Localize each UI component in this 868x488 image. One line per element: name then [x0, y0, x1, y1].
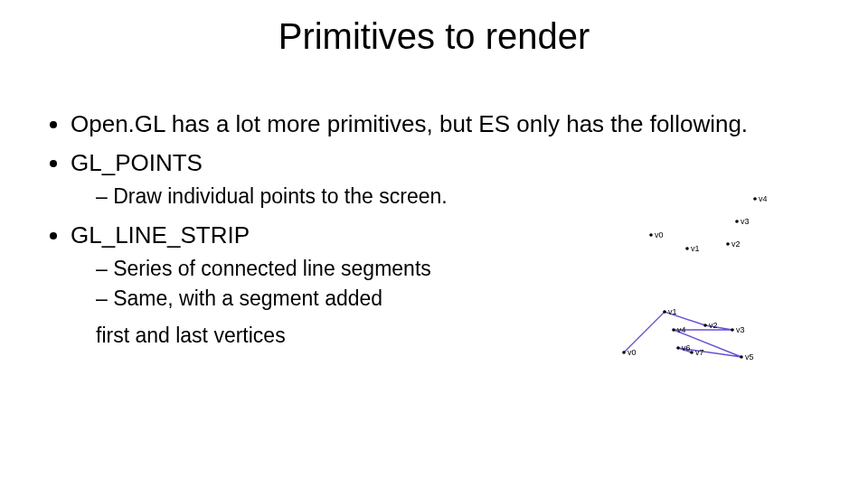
linestrip-diagram: v0v1v4v2v6v7v3v5 — [615, 298, 796, 383]
svg-point-12 — [663, 310, 666, 314]
svg-text:v0: v0 — [627, 348, 637, 357]
svg-point-16 — [703, 324, 707, 327]
svg-point-4 — [726, 242, 730, 246]
svg-point-6 — [735, 220, 739, 223]
svg-text:v1: v1 — [691, 244, 700, 253]
svg-text:v1: v1 — [668, 307, 677, 316]
svg-text:v6: v6 — [682, 343, 691, 352]
svg-point-22 — [731, 328, 734, 332]
svg-text:v7: v7 — [695, 348, 704, 357]
svg-text:v5: v5 — [745, 352, 754, 361]
svg-point-10 — [622, 351, 626, 354]
bullet-intro: Open.GL has a lot more primitives, but E… — [71, 108, 832, 140]
svg-point-18 — [676, 346, 680, 350]
bullet-gl-points-label: GL_POINTS — [71, 149, 203, 176]
bullet-gl-linestrip-label: GL_LINE_STRIP — [71, 221, 250, 249]
svg-text:v4: v4 — [677, 325, 686, 334]
svg-point-0 — [649, 233, 653, 237]
svg-text:v2: v2 — [709, 321, 718, 330]
svg-text:v0: v0 — [655, 230, 664, 239]
svg-point-20 — [690, 351, 693, 354]
points-diagram: v0v1v2v3v4 — [633, 194, 796, 270]
svg-point-2 — [685, 247, 689, 250]
svg-text:v2: v2 — [731, 239, 741, 249]
svg-point-14 — [672, 328, 675, 332]
svg-point-24 — [740, 355, 743, 359]
svg-text:v3: v3 — [736, 325, 745, 334]
svg-text:v3: v3 — [741, 217, 750, 226]
slide-title: Primitives to render — [0, 16, 868, 57]
svg-text:v4: v4 — [759, 194, 768, 203]
svg-point-8 — [753, 197, 757, 201]
